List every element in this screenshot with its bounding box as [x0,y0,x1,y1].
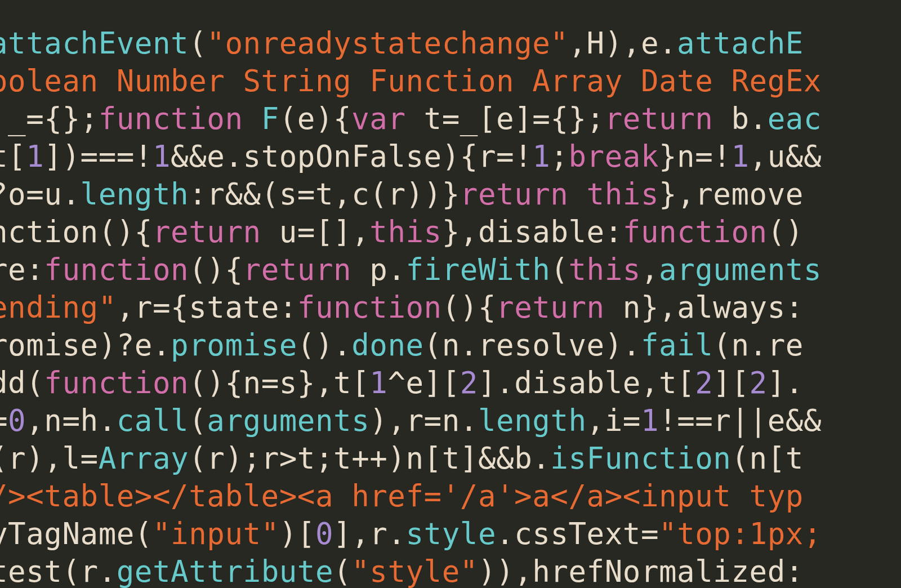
code-token: test(r. [0,554,117,589]
code-line: ending",r={state:function(){return n},al… [0,288,822,326]
code-token: ])===! [44,139,153,173]
code-token: ending" [0,290,117,324]
code-token: , [641,252,659,287]
code-token: function [44,252,189,287]
code-token: .cssText= [496,516,659,551]
code-token: n},always: [605,290,804,324]
code-token: length [81,177,189,211]
code-line: dd(function(){n=s},t[1^e][2].disable,t[2… [0,364,822,402]
code-token: (){ [442,290,496,324]
code-token: attachEvent [0,26,189,60]
code-token: = [0,403,8,438]
code-line: yTagName("input")[0],r.style.cssText="to… [0,515,822,553]
code-token: (r);r>t;t++)n[t]&&b. [189,441,550,475]
code-token: eac [768,101,822,136]
code-token: ,r={state: [117,290,297,324]
code-token: getAttribute [117,554,333,589]
code-token: dd( [0,366,44,400]
code-token: ( [189,26,207,60]
code-token: this [569,252,641,287]
code-token: ),r=n. [369,403,478,438]
code-token: call [117,403,189,438]
code-token [568,177,586,211]
code-token: (n.resolve). [424,328,641,362]
code-token: },remove [659,177,804,211]
code-token: /><table></table><a href='/a'>a</a><inpu… [0,479,804,513]
code-token: u=[], [261,215,370,249]
code-token: length [478,403,587,438]
code-token: (). [297,328,351,362]
code-token: ( [333,554,351,589]
code-token: ][ [713,366,749,400]
code-token: t=_[e]={}; [406,101,605,136]
code-token: 2 [460,366,478,400]
code-token: var [351,101,405,136]
code-token: return [243,252,352,287]
code-token: F [261,101,279,136]
code-token: "top:1px; [659,516,822,551]
code-token: arguments [207,403,369,438]
code-token: style [406,516,497,551]
code-token: ]. [768,366,804,400]
code-token: )),hrefNormalized: [478,554,804,589]
code-token: 1 [532,139,550,173]
code-token: 2 [695,366,713,400]
code-token: re: [0,252,44,287]
code-token: fireWith [406,252,551,287]
code-line: test(r.getAttribute("style")),hrefNormal… [0,553,822,589]
code-token: function [623,215,768,249]
code-token: () [768,215,804,249]
code-token: done [351,328,423,362]
code-token: (e){ [279,101,351,136]
code-token: function [44,366,189,400]
code-block: attachEvent("onreadystatechange",H),e.at… [0,24,822,589]
code-token: ,H),e. [568,26,677,60]
code-token: 1 [641,403,659,438]
code-line: oolean Number String Function Array Date… [0,62,822,100]
code-token: (){ [189,252,243,287]
code-token: 0 [8,403,26,438]
code-token: ( [550,252,568,287]
code-token: function [297,290,442,324]
code-token: 1 [153,139,171,173]
code-token: ].disable,t[ [478,366,695,400]
code-token: b. [713,101,767,136]
code-token: 0 [315,516,333,551]
code-token: (r),l= [0,441,99,475]
code-token: ^e][ [387,366,460,400]
code-token: (n[t [731,441,803,475]
code-line: ?o=u.length:r&&(s=t,c(r))}return this},r… [0,175,822,213]
code-token: "input" [153,516,279,551]
code-token: return [460,177,569,211]
code-token: ( [189,403,207,438]
code-token: _={}; [0,101,99,136]
code-token: this [369,215,441,249]
code-token: Array [99,441,189,475]
code-line: attachEvent("onreadystatechange",H),e.at… [0,24,822,62]
code-token: :r&&(s=t,c(r))} [189,177,460,211]
code-token: arguments [659,252,822,287]
code-token: ,u&& [750,139,822,173]
code-token: "style" [351,554,478,589]
code-token: )[ [279,516,315,551]
code-line: (r),l=Array(r);r>t;t++)n[t]&&b.isFunctio… [0,439,822,477]
code-token [243,101,261,136]
code-token: 1 [731,139,749,173]
code-line: nction(){return u=[],this},disable:funct… [0,213,822,251]
code-token: },disable: [442,215,623,249]
code-line: /><table></table><a href='/a'>a</a><inpu… [0,477,822,515]
code-token: romise)?e. [0,328,171,362]
code-token: ; [550,139,568,173]
code-line: =0,n=h.call(arguments),r=n.length,i=1!==… [0,402,822,439]
code-token: attachE [677,26,804,60]
code-token: p. [351,252,405,287]
code-token: fail [641,328,713,362]
code-line: _={};function F(e){var t=_[e]={};return … [0,100,822,137]
code-token: (){n=s},t[ [189,366,369,400]
code-token: this [587,177,659,211]
code-token: return [153,215,261,249]
code-token: return [605,101,713,136]
code-token: !==r||e&& [659,403,822,438]
code-line: re:function(){return p.fireWith(this,arg… [0,251,822,288]
code-line: romise)?e.promise().done(n.resolve).fail… [0,326,822,364]
